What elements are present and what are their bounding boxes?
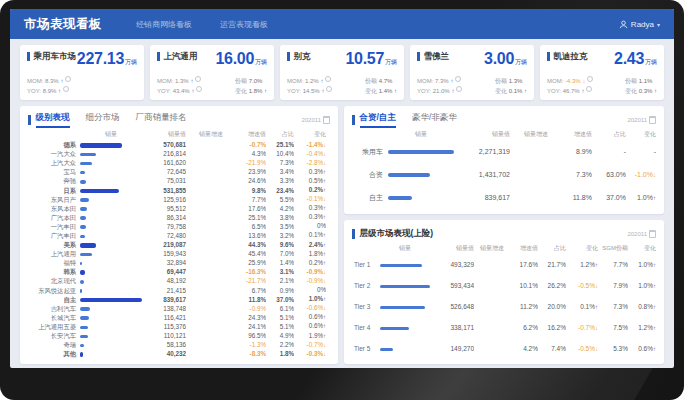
- sales-bar: [80, 162, 92, 166]
- share-value: 7.3%: [266, 158, 294, 167]
- sales-value: 79,758: [142, 222, 186, 231]
- kpi-card: 上汽通用 16.00万辆 MOM: 1.3% ↑: [150, 45, 274, 100]
- table-row: 合资 1,431,702 7.3% 63.0% -1.0%↓: [352, 163, 656, 186]
- share-value: 7.4%: [538, 345, 566, 352]
- tab[interactable]: 合资/自主: [360, 112, 396, 128]
- row-label: 日系: [28, 186, 80, 195]
- info-icon[interactable]: [587, 76, 593, 82]
- tab[interactable]: 厂商销量排名: [136, 112, 187, 128]
- row-label: Tier 4: [352, 324, 380, 331]
- table-row: 一汽大众 216,814 4.3% 10.4% -0.4%↓: [28, 149, 330, 158]
- table-row: 北京现代 48,192 -21.7% 2.1% -0.9%↓: [28, 276, 330, 285]
- table-header: 销量 销量值 销量增速 增速值 占比 变化: [352, 128, 656, 140]
- share-value: 63.0%: [592, 171, 626, 178]
- growth-value: 25.9%: [236, 258, 266, 267]
- date-selector[interactable]: 202011: [627, 230, 656, 238]
- info-icon[interactable]: [65, 76, 71, 82]
- nav-item[interactable]: 运营表现看板: [220, 19, 268, 30]
- info-icon[interactable]: [325, 76, 331, 82]
- segment-table-rows: 德系 570,681 -0.7% 25.1% -1.4%↓ 一汽大众 216,8…: [28, 140, 330, 358]
- growth-value: 4.3%: [236, 149, 266, 158]
- trend-arrow-icon: ↓: [582, 78, 585, 84]
- table-row: 上汽通用五菱 115,376 24.1% 5.1% 0.6%↑: [28, 322, 330, 331]
- row-label: Tier 2: [352, 282, 380, 289]
- info-icon[interactable]: [196, 86, 202, 92]
- sales-value: 526,648: [430, 303, 474, 310]
- trend-arrow-icon: ↓: [323, 196, 326, 202]
- table-header: 销量 销量值 销量增速 增速值 占比 变化: [28, 128, 330, 140]
- trend-arrow-icon: ↑: [58, 88, 61, 94]
- growth-value: 10.1%: [510, 282, 538, 289]
- info-icon[interactable]: [455, 76, 461, 82]
- growth-value: -8.3%: [236, 349, 266, 358]
- row-label: 广汽丰田: [28, 231, 80, 240]
- table-row: 宝马 72,645 23.9% 3.4% 0.3%↑: [28, 167, 330, 176]
- table-row: 吉利汽车 138,748 -0.9% 6.1% -0.6%↓: [28, 304, 330, 313]
- info-icon[interactable]: [195, 76, 201, 82]
- sales-value: 570,681: [142, 140, 186, 149]
- info-icon[interactable]: [63, 86, 69, 92]
- table-row: 韩系 69,447 -16.3% 3.1% -0.9%↓: [28, 267, 330, 276]
- trend-arrow-icon: ↑: [323, 187, 326, 193]
- segment-panel-tabs: 级别表现细分市场厂商销量排名 202011: [28, 111, 330, 128]
- growth-value: 25.1%: [236, 213, 266, 222]
- sales-value: 149,270: [430, 345, 474, 352]
- kpi-value: 16.00: [215, 50, 254, 67]
- sales-value: 110,121: [142, 331, 186, 340]
- sales-bar: [80, 344, 84, 348]
- tab[interactable]: 级别表现: [36, 112, 70, 128]
- sales-value: 216,814: [142, 149, 186, 158]
- sales-value: 32,894: [142, 258, 186, 267]
- tab[interactable]: 豪华/非豪华: [412, 112, 457, 128]
- share-value: 3.8%: [266, 213, 294, 222]
- table-row: 上汽大众 161,620 -21.9% 7.3% -2.8%↓: [28, 158, 330, 167]
- change-value: 1.8%: [309, 250, 323, 257]
- sales-value: 72,645: [142, 167, 186, 176]
- change-value: 0%: [317, 286, 326, 293]
- kpi-unit: 万辆: [385, 59, 397, 65]
- date-selector[interactable]: 202011: [301, 116, 330, 124]
- change-value: 1.2%: [580, 261, 595, 268]
- trend-arrow-icon: ↓: [323, 160, 326, 166]
- change-value: -0.7%: [578, 324, 595, 331]
- info-icon[interactable]: [326, 86, 332, 92]
- user-name: Radya: [631, 20, 654, 29]
- row-label: 东风本田: [28, 204, 80, 213]
- sales-bar: [80, 262, 82, 266]
- sales-bar: [80, 235, 85, 239]
- yoy-metric: YOY: 46.7% ↑: [547, 86, 593, 96]
- sales-bar: [80, 207, 87, 211]
- row-label: 北京现代: [28, 276, 80, 285]
- tier-panel-header: 层级市场表现(上险) 202011: [352, 225, 656, 242]
- mom-metric: MOM: -4.3% ↓: [547, 76, 593, 86]
- growth-value: 11.8%: [236, 295, 266, 304]
- sales-value: 40,232: [142, 349, 186, 358]
- joint-panel-tabs: 合资/自主豪华/非豪华 202011: [352, 111, 656, 128]
- trend-arrow-icon: ↑: [60, 78, 63, 84]
- info-icon[interactable]: [456, 86, 462, 92]
- yoy-metric: YOY: 21.0% ↑: [417, 86, 462, 96]
- sgm-change-value: 0.6%: [638, 345, 653, 352]
- change-value: 0.1%: [309, 231, 323, 238]
- kpi-title: 上汽通用: [164, 51, 198, 63]
- sgm-share-value: 7.7%: [598, 261, 628, 268]
- row-label: 自主: [28, 295, 80, 304]
- sales-bar: [80, 216, 86, 220]
- trend-arrow-icon: ↑: [653, 325, 656, 331]
- row-label: 韩系: [28, 267, 80, 276]
- trend-arrow-icon: ↑: [190, 78, 193, 84]
- share-value: 5.1%: [266, 322, 294, 331]
- table-row: Tier 3 526,648 11.2% 20.0% 0.1%↑ 7.3% 0.…: [352, 296, 656, 317]
- growth-value: 7.7%: [236, 195, 266, 204]
- share-value: 4.9%: [266, 331, 294, 340]
- share-value: 2.2%: [266, 340, 294, 349]
- info-icon[interactable]: [586, 86, 592, 92]
- nav-item[interactable]: 经销商网络看板: [136, 19, 192, 30]
- trend-arrow-icon: ↑: [653, 304, 656, 310]
- row-label: 一汽大众: [28, 149, 80, 158]
- user-menu[interactable]: Radya ▾: [619, 20, 660, 29]
- tab[interactable]: 细分市场: [86, 112, 120, 128]
- share-change-metric: 变化 0.1% ↑: [495, 86, 527, 96]
- row-label: 德系: [28, 140, 80, 149]
- date-selector[interactable]: 202011: [627, 116, 656, 124]
